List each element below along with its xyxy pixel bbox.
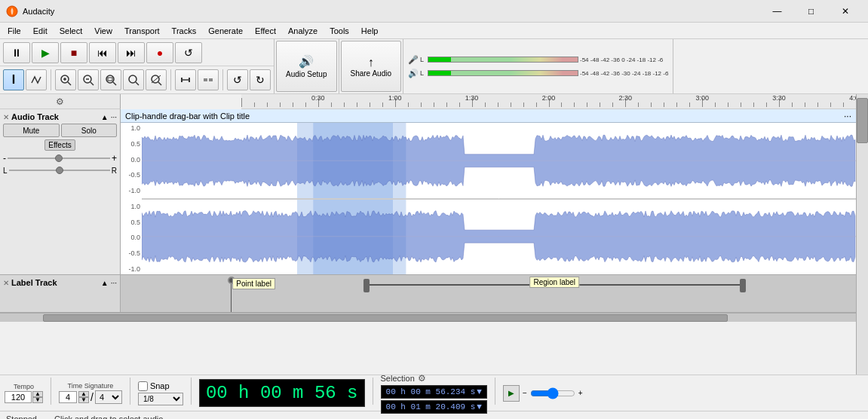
region-start-handle[interactable]	[363, 279, 370, 292]
clip-menu-button[interactable]: ···	[844, 111, 851, 121]
menu-transport[interactable]: Transport	[118, 23, 166, 39]
menu-generate[interactable]: Generate	[202, 23, 249, 39]
redo-button[interactable]: ↻	[250, 69, 271, 90]
zoom-out-button[interactable]	[78, 69, 99, 90]
label-track-content[interactable]: Point label Region label	[121, 275, 856, 312]
tempo-down[interactable]: ▼	[32, 397, 43, 403]
time-sig-label: Time Signature	[68, 382, 114, 390]
region-label-bubble: Region label	[529, 277, 579, 288]
audio-track-waveform[interactable]: Clip-handle drag-bar with Clip title ···…	[121, 109, 856, 274]
time-sig-num-down[interactable]: ▼	[78, 397, 89, 403]
mute-button[interactable]: Mute	[3, 124, 60, 137]
time-sig-denominator[interactable]: 4 2 8 16	[95, 390, 122, 404]
share-audio-button[interactable]: ↑ Share Audio	[341, 41, 402, 92]
main-area: ⚙ 0:301:001:302:002:303:003:304:00 ✕ Aud…	[0, 94, 868, 375]
label-track-close[interactable]: ✕	[3, 279, 9, 287]
vu-scale-out: -54 -48 -42 -36 -30 -24 -18 -12 -6	[580, 70, 668, 77]
menu-view[interactable]: View	[88, 23, 118, 39]
ibeam-tool[interactable]: I	[3, 69, 24, 90]
maximize-button[interactable]: □	[794, 0, 828, 23]
y-0.5-top: 0.5	[122, 140, 140, 148]
h-scrollbar-thumb[interactable]	[43, 314, 728, 322]
solo-button[interactable]: Solo	[61, 124, 118, 137]
ruler-row: ⚙ 0:301:001:302:002:303:003:304:00	[0, 94, 856, 109]
selection-label: Selection	[381, 374, 415, 383]
clip-title-bar[interactable]: Clip-handle drag-bar with Clip title ···	[121, 109, 856, 123]
tools-sep2	[170, 69, 171, 90]
track-collapse-button[interactable]: ▲	[101, 113, 109, 121]
h-scrollbar[interactable]	[0, 313, 856, 322]
tempo-stepper[interactable]: ▲ ▼	[32, 391, 43, 403]
snap-area: Snap 1/8 1/4 1/16 1/2	[138, 381, 183, 405]
y-n0.5-bot: -0.5	[122, 249, 140, 257]
menu-tracks[interactable]: Tracks	[166, 23, 203, 39]
time-sig-numerator[interactable]	[59, 391, 77, 403]
minimize-button[interactable]: —	[760, 0, 794, 23]
track-close-button[interactable]: ✕	[3, 113, 9, 121]
trim-button[interactable]	[175, 69, 196, 90]
audio-setup-button[interactable]: 🔊 Audio Setup	[276, 41, 337, 92]
svg-point-11	[129, 75, 136, 83]
ruler: 0:301:001:302:002:303:003:304:00	[241, 94, 856, 109]
menu-edit[interactable]: Edit	[27, 23, 54, 39]
menu-select[interactable]: Select	[54, 23, 89, 39]
zoom-sel-button[interactable]	[100, 69, 121, 90]
zoom-fit-button[interactable]	[123, 69, 144, 90]
close-button[interactable]: ✕	[828, 0, 862, 23]
menu-tools[interactable]: Tools	[324, 23, 355, 39]
label-track-collapse[interactable]: ▲	[101, 279, 109, 287]
pan-slider[interactable]	[9, 166, 110, 175]
time-sig-num-stepper[interactable]: ▲ ▼	[78, 391, 89, 403]
pan-right-label: R	[112, 167, 117, 175]
title-bar: Audacity — □ ✕	[0, 0, 868, 23]
ruler-gear-icon[interactable]: ⚙	[56, 96, 64, 107]
ruler-content: 0:301:001:302:002:303:003:304:00	[241, 94, 856, 107]
snap-checkbox[interactable]	[138, 381, 148, 391]
title-text: Audacity	[23, 7, 54, 16]
record-button[interactable]: ●	[146, 42, 173, 63]
menu-help[interactable]: Help	[355, 23, 385, 39]
menu-effect[interactable]: Effect	[249, 23, 282, 39]
silence-button[interactable]	[198, 69, 219, 90]
v-scrollbar[interactable]	[856, 94, 868, 375]
pan-row: L R	[3, 166, 117, 175]
selection-end-dropdown[interactable]: ▼	[477, 402, 482, 411]
menu-analyze[interactable]: Analyze	[282, 23, 324, 39]
share-audio-icon: ↑	[368, 56, 374, 69]
region-end-handle[interactable]	[740, 279, 746, 292]
tempo-input[interactable]: 120	[5, 391, 32, 403]
svg-line-12	[136, 82, 139, 85]
label-track-menu[interactable]: ···	[111, 279, 117, 287]
region-label[interactable]: Region label	[363, 278, 746, 293]
track-menu-button[interactable]: ···	[111, 113, 117, 121]
skip-start-button[interactable]: ⏮	[89, 42, 116, 63]
selection-start-dropdown[interactable]: ▼	[477, 387, 482, 396]
play-button[interactable]: ▶	[32, 42, 59, 63]
input-mic-icon: 🎤	[408, 55, 419, 65]
time-sig-area: Time Signature ▲ ▼ / 4 2 8 16	[59, 382, 122, 404]
undo-button[interactable]: ↺	[227, 69, 248, 90]
stop-button[interactable]: ■	[60, 42, 87, 63]
track-name: Audio Track	[11, 112, 99, 121]
gain-slider[interactable]	[8, 154, 110, 163]
v-scrollbar-thumb[interactable]	[857, 98, 868, 143]
skip-end-button[interactable]: ⏭	[118, 42, 145, 63]
audio-setup-label: Audio Setup	[286, 70, 327, 78]
vu-L-label-out: L	[420, 69, 426, 77]
zoom-in-button[interactable]	[55, 69, 76, 90]
effects-button[interactable]: Effects	[44, 139, 75, 151]
play-rate-slider[interactable]	[530, 387, 575, 399]
app-icon	[6, 5, 18, 17]
loop-button[interactable]: ↺	[175, 42, 202, 63]
envelope-tool[interactable]	[26, 69, 47, 90]
menu-file[interactable]: File	[2, 23, 27, 39]
pause-button[interactable]: ⏸	[3, 42, 30, 63]
snap-value-select[interactable]: 1/8 1/4 1/16 1/2	[138, 393, 183, 405]
play-rate-play-btn[interactable]: ▶	[503, 385, 520, 402]
selection-gear-icon[interactable]: ⚙	[418, 373, 426, 384]
svg-line-9	[113, 82, 116, 85]
status-hint: Click and drag to select audio	[54, 414, 163, 420]
point-label[interactable]	[231, 275, 232, 312]
track-header: ✕ Audio Track ▲ ···	[3, 112, 117, 121]
zoom-out2-button[interactable]	[146, 69, 167, 90]
